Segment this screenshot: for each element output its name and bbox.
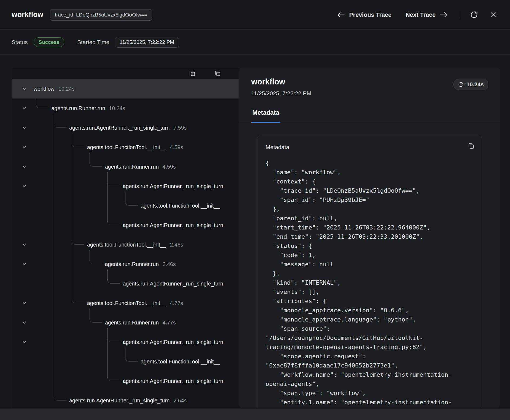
- span-label: agents.run.Runner.run: [105, 164, 159, 170]
- span-label: agents.run.AgentRunner._run_single_turn: [69, 398, 170, 404]
- span-duration: 2.46s: [170, 242, 183, 248]
- tree-row[interactable]: workflow10.24s: [12, 79, 245, 99]
- duration-badge: 10.24s: [453, 79, 488, 90]
- previous-trace-button[interactable]: Previous Trace: [337, 11, 392, 18]
- tree-row[interactable]: agents.tool.FunctionTool.__init__2.46s: [12, 235, 245, 254]
- close-button[interactable]: [490, 11, 497, 18]
- span-label: agents.run.AgentRunner._run_single_turn: [123, 281, 223, 287]
- chevron-down-icon[interactable]: [21, 183, 27, 189]
- tab-metadata[interactable]: Metadata: [251, 104, 280, 123]
- status-bar: Status Success Started Time 11/25/2025, …: [0, 30, 510, 55]
- span-label: agents.tool.FunctionTool.__init__: [87, 144, 166, 150]
- chevron-down-icon[interactable]: [21, 300, 27, 306]
- tree-row[interactable]: agents.run.Runner.run4.59s: [12, 157, 245, 176]
- detail-tabs: Metadata: [239, 104, 500, 123]
- clock-icon: [458, 82, 464, 87]
- span-duration: 4.77s: [170, 300, 183, 306]
- tree-row[interactable]: agents.run.AgentRunner._run_single_turn7…: [12, 118, 245, 137]
- tree-row[interactable]: agents.run.AgentRunner._run_single_turn2…: [12, 391, 245, 408]
- collapse-all-button[interactable]: [214, 70, 221, 77]
- span-label: agents.tool.FunctionTool.__init__: [87, 242, 166, 248]
- trace-id-pill: trace_id: LDeQnzB5aUvzx5lgdOoOfw==: [50, 9, 152, 21]
- horizontal-scrollbar[interactable]: [0, 409, 510, 420]
- status-label: Status: [12, 39, 28, 45]
- started-time-value: 11/25/2025, 7:22:22 PM: [115, 37, 179, 48]
- tree-row[interactable]: agents.run.Runner.run4.77s: [12, 313, 245, 332]
- tree-row[interactable]: agents.run.AgentRunner._run_single_turn: [12, 371, 245, 391]
- span-label: agents.run.AgentRunner._run_single_turn: [69, 125, 170, 131]
- tree-row[interactable]: agents.run.Runner.run2.46s: [12, 254, 245, 274]
- span-duration: 4.59s: [170, 144, 183, 150]
- chevron-down-icon[interactable]: [21, 339, 27, 345]
- span-timestamp: 11/25/2025, 7:22:22 PM: [251, 90, 488, 97]
- span-label: agents.run.Runner.run: [105, 261, 159, 267]
- span-duration: 7.59s: [173, 125, 187, 131]
- previous-trace-label: Previous Trace: [349, 11, 392, 18]
- span-label: agents.run.Runner.run: [105, 320, 159, 326]
- copy-button[interactable]: [468, 142, 475, 150]
- arrow-right-icon: [440, 12, 448, 18]
- refresh-button[interactable]: [470, 11, 478, 19]
- chevron-down-icon[interactable]: [21, 144, 27, 150]
- span-label: workflow: [34, 86, 55, 92]
- header: workflow trace_id: LDeQnzB5aUvzx5lgdOoOf…: [0, 0, 510, 30]
- metadata-card: Metadata { "name": "workflow", "context"…: [257, 136, 482, 408]
- chevron-down-icon[interactable]: [21, 320, 27, 326]
- span-label: agents.run.AgentRunner._run_single_turn: [123, 222, 223, 228]
- chevron-down-icon[interactable]: [21, 125, 27, 131]
- page-title: workflow: [12, 11, 43, 19]
- tree-row[interactable]: agents.tool.FunctionTool.__init__: [12, 196, 245, 215]
- next-trace-button[interactable]: Next Trace: [406, 11, 448, 18]
- span-label: agents.tool.FunctionTool.__init__: [87, 300, 166, 306]
- started-time-label: Started Time: [77, 39, 110, 45]
- chevron-down-icon[interactable]: [21, 105, 27, 111]
- span-duration: 10.24s: [58, 86, 75, 92]
- tree-row[interactable]: agents.tool.FunctionTool.__init__: [12, 352, 245, 371]
- next-trace-label: Next Trace: [406, 11, 436, 18]
- tree-row[interactable]: agents.run.Runner.run10.24s: [12, 99, 245, 118]
- span-detail-panel: workflow 11/25/2025, 7:22:22 PM 10.24s M…: [239, 68, 500, 408]
- span-label: agents.run.AgentRunner._run_single_turn: [123, 378, 223, 384]
- tree-row[interactable]: agents.run.AgentRunner._run_single_turn: [12, 274, 245, 293]
- expand-all-button[interactable]: [189, 70, 196, 77]
- span-label: agents.run.Runner.run: [51, 105, 105, 111]
- refresh-icon: [470, 11, 478, 19]
- duration-value: 10.24s: [466, 81, 484, 88]
- trace-viewer: workflow trace_id: LDeQnzB5aUvzx5lgdOoOf…: [0, 0, 510, 420]
- span-duration: 10.24s: [109, 105, 125, 111]
- span-label: agents.run.AgentRunner._run_single_turn: [123, 339, 223, 345]
- span-duration: 2.46s: [163, 261, 176, 267]
- metadata-json: { "name": "workflow", "context": { "trac…: [266, 159, 473, 407]
- span-duration: 4.77s: [163, 320, 176, 326]
- tree-row[interactable]: agents.tool.FunctionTool.__init__4.77s: [12, 293, 245, 313]
- header-divider: [460, 11, 460, 19]
- chevron-down-icon[interactable]: [21, 261, 27, 267]
- span-label: agents.tool.FunctionTool.__init__: [141, 359, 220, 365]
- trace-tree-panel: workflow10.24sagents.run.Runner.run10.24…: [12, 68, 245, 408]
- tree-row[interactable]: agents.run.AgentRunner._run_single_turn: [12, 176, 245, 196]
- expand-all-icon: [189, 70, 196, 77]
- collapse-all-icon: [214, 70, 221, 77]
- span-duration: 2.64s: [173, 398, 187, 404]
- detail-header: workflow 11/25/2025, 7:22:22 PM 10.24s: [239, 68, 500, 104]
- tree-row[interactable]: agents.run.AgentRunner._run_single_turn: [12, 215, 245, 235]
- metadata-card-title: Metadata: [266, 144, 473, 150]
- chevron-down-icon[interactable]: [21, 164, 27, 170]
- tree-row[interactable]: agents.run.AgentRunner._run_single_turn: [12, 332, 245, 352]
- span-label: agents.tool.FunctionTool.__init__: [141, 203, 220, 209]
- chevron-down-icon[interactable]: [21, 242, 27, 248]
- arrow-left-icon: [337, 12, 345, 18]
- span-label: agents.run.AgentRunner._run_single_turn: [123, 183, 223, 189]
- copy-icon: [468, 142, 475, 149]
- tree-toolbar: [12, 68, 245, 79]
- chevron-down-icon[interactable]: [21, 86, 27, 92]
- close-icon: [490, 11, 497, 18]
- span-title: workflow: [251, 77, 488, 86]
- span-duration: 4.59s: [163, 164, 176, 170]
- status-badge: Success: [34, 37, 64, 47]
- trace-tree: workflow10.24sagents.run.Runner.run10.24…: [12, 79, 245, 408]
- tree-row[interactable]: agents.tool.FunctionTool.__init__4.59s: [12, 137, 245, 157]
